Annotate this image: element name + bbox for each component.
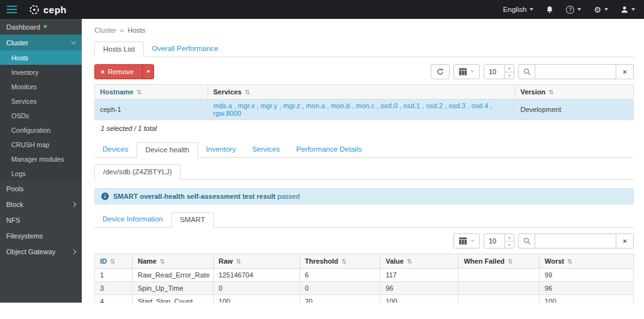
sidebar-item-inventory[interactable]: Inventory (0, 65, 82, 79)
sidebar-item-dashboard[interactable]: Dashboard♥ (0, 19, 82, 35)
service-link[interactable]: mon.a (306, 102, 325, 109)
tab-performance-details[interactable]: Performance Details (288, 142, 370, 158)
smart-table-row[interactable]: 4Start_Stop_Count10020100100 (95, 295, 634, 303)
when-failed-column-header[interactable]: When Failed⇅ (458, 254, 540, 269)
search-clear-button[interactable]: × (616, 64, 634, 79)
service-link[interactable]: osd.4 (471, 102, 488, 109)
version-cell: Development (515, 99, 634, 120)
stepper-down-icon[interactable]: ▾ (505, 72, 514, 79)
health-ok-icon: ♥ (43, 23, 48, 30)
service-link[interactable]: mgr.z (283, 102, 300, 109)
service-link[interactable]: mgr.y (260, 102, 277, 109)
search-input[interactable] (535, 64, 616, 79)
sidebar-item-hosts[interactable]: Hosts (0, 50, 82, 65)
remove-dropdown-toggle[interactable] (142, 65, 153, 79)
caret-down-icon (470, 240, 474, 242)
stepper-up-icon[interactable]: ▴ (505, 65, 514, 72)
selection-count: 1 selected / 1 total (94, 120, 634, 132)
sort-icon: ⇅ (160, 258, 165, 265)
sidebar-item-object-gateway[interactable]: Object Gateway (0, 243, 82, 259)
sort-icon: ⇅ (245, 89, 250, 96)
language-selector[interactable]: English (503, 6, 534, 13)
tab-device-sdb[interactable]: /dev/sdb (Z4ZBTYLJ) (94, 164, 180, 180)
service-separator: , (420, 102, 426, 109)
smart-table-cell: 4 (95, 295, 133, 303)
settings-menu[interactable]: ⚙ (594, 6, 608, 14)
stepper-up-icon[interactable]: ▴ (505, 234, 514, 242)
sidebar-item-pools[interactable]: Pools (0, 181, 82, 196)
user-menu[interactable] (621, 6, 635, 13)
breadcrumb-parent[interactable]: Cluster (94, 26, 116, 34)
stepper-down-icon[interactable]: ▾ (505, 242, 514, 249)
hosts-toolbar: ×Remove ▴▾ (94, 64, 634, 79)
tab-services[interactable]: Services (244, 142, 288, 158)
sidebar-item-block[interactable]: Block (0, 196, 82, 212)
services-column-header[interactable]: Services⇅ (208, 85, 514, 99)
table-columns-icon (459, 68, 467, 76)
sidebar-item-osds[interactable]: OSDs (0, 108, 82, 123)
hostname-cell: ceph-1 (95, 99, 208, 120)
browser-viewport: ceph English ? ⚙ (0, 0, 644, 303)
column-toggle-button[interactable] (453, 233, 480, 249)
notifications-button[interactable] (546, 6, 553, 14)
sidebar-item-services[interactable]: Services (0, 94, 82, 108)
service-link[interactable]: mgr.x (238, 102, 255, 109)
column-toggle-button[interactable] (453, 64, 480, 79)
hostname-column-header[interactable]: Hostname⇅ (95, 85, 208, 99)
search-clear-button[interactable]: × (616, 233, 634, 249)
caret-down-icon (530, 8, 533, 11)
smart-table-cell: 100 (213, 295, 299, 303)
ceph-brand[interactable]: ceph (29, 4, 67, 15)
refresh-button[interactable] (431, 64, 450, 79)
hamburger-menu-icon[interactable] (0, 0, 25, 19)
tab-smart[interactable]: SMART (171, 212, 214, 228)
tab-devices[interactable]: Devices (94, 142, 136, 158)
tab-overall-performance[interactable]: Overall Performance (144, 42, 226, 57)
service-link[interactable]: mon.b (331, 102, 350, 109)
brand-label: ceph (43, 4, 67, 15)
service-link[interactable]: rgw.8000 (213, 109, 242, 117)
smart-table-cell (458, 269, 540, 282)
sidebar-item-monitors[interactable]: Monitors (0, 79, 82, 94)
tab-device-information[interactable]: Device Information (94, 212, 171, 228)
sidebar-item-filesystems[interactable]: Filesystems (0, 228, 82, 243)
page-size-input[interactable] (484, 65, 504, 79)
id-column-header[interactable]: ID⇅ (95, 254, 133, 269)
tab-device-health[interactable]: Device health (136, 142, 198, 158)
smart-table-cell: 117 (380, 269, 458, 282)
service-link[interactable]: osd.2 (426, 102, 443, 109)
sort-icon: ⇅ (548, 89, 553, 96)
remove-button[interactable]: ×Remove (94, 64, 154, 79)
sidebar-item-logs[interactable]: Logs (0, 166, 82, 181)
service-link[interactable]: osd.0 (380, 102, 397, 109)
smart-table-row[interactable]: 1Raw_Read_Error_Rate125146704611799 (95, 269, 634, 282)
sidebar-item-crush-map[interactable]: CRUSH map (0, 137, 82, 152)
app-root: ceph English ? ⚙ (0, 0, 644, 319)
tab-hosts-list[interactable]: Hosts List (94, 42, 144, 57)
sidebar-label: Cluster (6, 39, 28, 47)
service-link[interactable]: osd.1 (403, 102, 420, 109)
sidebar-item-cluster[interactable]: Cluster (0, 35, 82, 50)
sidebar-item-nfs[interactable]: NFS (0, 212, 82, 228)
breadcrumb-current: Hosts (128, 26, 145, 34)
service-link[interactable]: mds.a (213, 102, 232, 109)
search-input[interactable] (535, 233, 616, 249)
value-column-header[interactable]: Value⇅ (380, 254, 458, 269)
host-row[interactable]: ceph-1 mds.a , mgr.x , mgr.y , mgr.z , m… (95, 99, 634, 120)
bell-icon (546, 6, 553, 14)
caret-down-icon (577, 8, 581, 11)
sidebar-item-manager-modules[interactable]: Manager modules (0, 152, 82, 166)
worst-column-header[interactable]: Worst⇅ (539, 254, 633, 269)
raw-column-header[interactable]: Raw⇅ (213, 254, 299, 269)
threshold-column-header[interactable]: Threshold⇅ (299, 254, 380, 269)
service-separator: , (277, 102, 283, 109)
sidebar-item-configuration[interactable]: Configuration (0, 123, 82, 137)
tab-inventory[interactable]: Inventory (198, 142, 244, 158)
name-column-header[interactable]: Name⇅ (132, 254, 213, 269)
page-size-input[interactable] (484, 234, 504, 248)
smart-table-row[interactable]: 3Spin_Up_Time009696 (95, 282, 634, 295)
version-column-header[interactable]: Version⇅ (515, 85, 634, 99)
service-link[interactable]: osd.3 (448, 102, 465, 109)
help-menu[interactable]: ? (566, 6, 581, 14)
service-link[interactable]: mon.c (356, 102, 375, 109)
